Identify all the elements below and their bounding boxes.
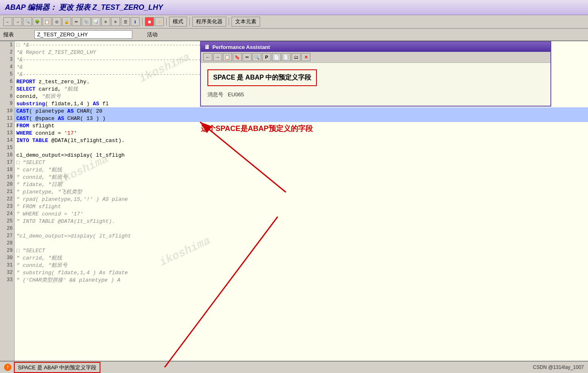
code-content: *& Report Z_TEST_ZERO_LHY xyxy=(16,49,96,56)
code-line: □ "SELECT xyxy=(15,247,588,254)
perf-tb4[interactable]: 🔍 xyxy=(252,53,261,61)
tb1[interactable]: 🔍 xyxy=(23,17,32,26)
tb8[interactable]: 📊 xyxy=(91,17,100,26)
line-number: 21 xyxy=(0,188,14,195)
toolbar: ← → 🔍 🌳 📋 ⊙ 🔒 ✏ 📎 📊 ≡ ≡ ☰ ℹ ⏹ ⚠ 模式 程序美化器… xyxy=(0,15,588,29)
perf-tb8[interactable]: 🗂 xyxy=(292,53,301,61)
line-number: 4 xyxy=(0,63,14,71)
perf-close-btn[interactable]: ✕ xyxy=(301,53,310,61)
code-line: cl_demo_output=>display( lt_sfligh xyxy=(15,151,588,159)
line-number: 33 xyxy=(0,276,14,284)
code-content: CAST( @space AS CHAR( 13 ) ) xyxy=(16,115,105,122)
line-number: 25 xyxy=(0,218,14,225)
line-number: 10 xyxy=(0,107,14,115)
line-number: 16 xyxy=(0,151,14,159)
mode-btn[interactable]: 模式 xyxy=(169,17,187,27)
report-input[interactable] xyxy=(34,30,132,39)
code-content: " connid, "航班号 xyxy=(16,173,67,181)
perf-back-btn[interactable]: ← xyxy=(203,53,212,61)
report-bar: 报表 活动 xyxy=(0,29,588,41)
tb7[interactable]: 📎 xyxy=(82,17,91,26)
perf-tb5[interactable]: P xyxy=(262,53,271,61)
status-bar: ! SPACE 是 ABAP 中的预定义字段 CSDN @1314lay_100… xyxy=(0,361,588,373)
code-content: " ('CHAR类型拼接' && planetype ) A xyxy=(16,276,120,284)
status-message-area: ! SPACE 是 ABAP 中的预定义字段 xyxy=(4,362,100,373)
line-number: 20 xyxy=(0,181,14,188)
code-line xyxy=(15,240,588,247)
code-line xyxy=(15,144,588,151)
perf-titlebar: 🖥 Performance Assistant xyxy=(201,42,550,52)
line-number: 13 xyxy=(0,129,14,137)
code-content: connid, "航班号 xyxy=(16,93,61,100)
code-line: " connid, "航班号 xyxy=(15,173,588,181)
code-content: substring( fldate,1,4 ) AS fl xyxy=(16,101,109,107)
perf-message: 消息号 EU065 xyxy=(207,91,544,98)
forward-btn[interactable]: → xyxy=(13,17,22,26)
code-content: *&--------------------------------------… xyxy=(16,71,217,78)
tb10[interactable]: ≡ xyxy=(111,17,120,26)
text-elements-btn[interactable]: 文本元素 xyxy=(232,17,260,27)
status-message-box: SPACE 是 ABAP 中的预定义字段 xyxy=(14,362,100,373)
tb3[interactable]: 📋 xyxy=(42,17,51,26)
line-numbers: 1234567891011121314151617181920212223242… xyxy=(0,41,15,367)
line-number: 32 xyxy=(0,269,14,276)
status-text: SPACE 是 ABAP 中的预定义字段 xyxy=(18,364,96,371)
title-bar: ABAP 编辑器： 更改 报表 Z_TEST_ZERO_LHY xyxy=(0,0,588,15)
sep1 xyxy=(142,18,143,26)
perf-tb7[interactable]: 📑 xyxy=(282,53,291,61)
code-line: CAST( planetype AS CHAR( 20 xyxy=(15,107,588,115)
line-number: 12 xyxy=(0,122,14,129)
beautify-btn[interactable]: 程序美化器 xyxy=(192,17,226,27)
tb13[interactable]: ⏹ xyxy=(145,17,154,26)
code-content: □ "SELECT xyxy=(16,160,45,166)
code-content: " rpad( planetype,15,'!' ) AS plane xyxy=(16,196,128,202)
line-number: 29 xyxy=(0,247,14,254)
perf-annotation: 这个SPACE是ABAP预定义的字段 xyxy=(201,124,313,133)
code-line: " INTO TABLE @DATA(lt_sflight). xyxy=(15,218,588,225)
code-content: CAST( planetype AS CHAR( 20 xyxy=(16,108,102,114)
report-label: 报表 xyxy=(3,31,28,38)
back-btn[interactable]: ← xyxy=(3,17,12,26)
perf-title: Performance Assistant xyxy=(212,44,270,50)
perf-tb6[interactable]: 📄 xyxy=(272,53,281,61)
perf-tb3[interactable]: ✏ xyxy=(243,53,252,61)
code-content: " connid, "航班号 xyxy=(16,262,67,269)
perf-toolbar: ← → 📋 🔖 ✏ 🔍 P 📄 📑 🗂 ✕ xyxy=(201,52,550,63)
line-number: 11 xyxy=(0,115,14,122)
code-content: REPORT z_test_zero_lhy. xyxy=(16,79,89,85)
code-content: " INTO TABLE @DATA(lt_sflight). xyxy=(16,218,115,224)
code-content: WHERE connid = '17' xyxy=(16,130,77,136)
perf-tb1[interactable]: 📋 xyxy=(223,53,232,61)
tb11[interactable]: ☰ xyxy=(121,17,130,26)
line-number: 31 xyxy=(0,262,14,269)
line-number: 15 xyxy=(0,144,14,151)
line-number: 1 xyxy=(0,41,14,49)
line-number: 17 xyxy=(0,159,14,166)
perf-fwd-btn[interactable]: → xyxy=(213,53,222,61)
code-line: □ "SELECT xyxy=(15,159,588,166)
line-number: 8 xyxy=(0,93,14,100)
code-line: " ('CHAR类型拼接' && planetype ) A xyxy=(15,276,588,284)
perf-msg-code: EU065 xyxy=(228,91,244,98)
line-number: 5 xyxy=(0,71,14,78)
code-content: FROM sflight xyxy=(16,123,55,129)
tb9[interactable]: ≡ xyxy=(101,17,110,26)
line-number: 18 xyxy=(0,166,14,173)
tb5[interactable]: 🔒 xyxy=(62,17,71,26)
tb2[interactable]: 🌳 xyxy=(33,17,42,26)
annotation-text: 这个SPACE是ABAP预定义的字段 xyxy=(201,124,313,133)
perf-tb2[interactable]: 🔖 xyxy=(233,53,242,61)
perf-panel: 🖥 Performance Assistant ← → 📋 🔖 ✏ 🔍 P 📄 … xyxy=(200,41,551,107)
window-title: ABAP 编辑器： 更改 报表 Z_TEST_ZERO_LHY xyxy=(5,3,163,11)
tb6[interactable]: ✏ xyxy=(72,17,81,26)
active-status: 活动 xyxy=(147,31,158,38)
code-content: cl_demo_output=>display( lt_sfligh xyxy=(16,152,125,158)
code-content: " substring( fldate,1,4 ) As fldate xyxy=(16,270,128,276)
line-number: 2 xyxy=(0,49,14,56)
sep4 xyxy=(229,18,229,26)
tb14[interactable]: ⚠ xyxy=(155,17,164,26)
perf-icon: 🖥 xyxy=(204,44,210,50)
code-content: *& xyxy=(16,64,23,70)
tb4[interactable]: ⊙ xyxy=(52,17,61,26)
tb12[interactable]: ℹ xyxy=(131,17,140,26)
